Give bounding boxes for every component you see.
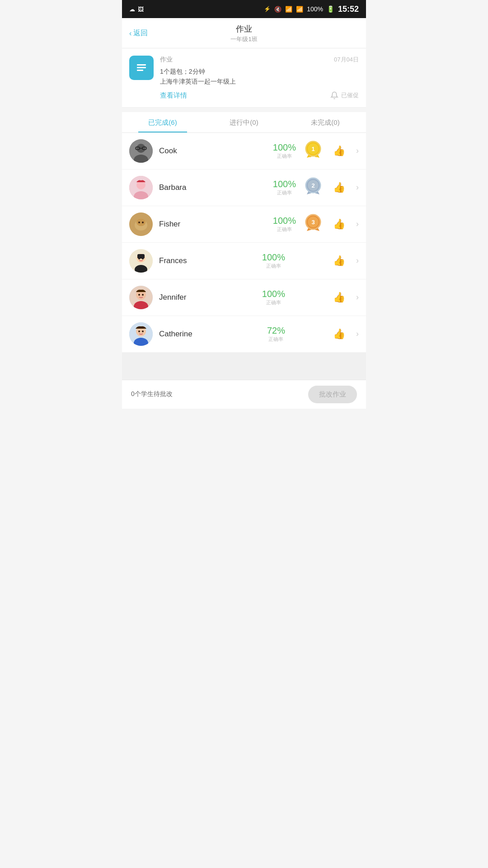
bluetooth-icon: ⚡ bbox=[264, 6, 271, 12]
score-block: 100% 正确率 bbox=[262, 252, 285, 269]
score-label: 正确率 bbox=[273, 153, 296, 160]
grade-button[interactable]: 批改作业 bbox=[308, 386, 357, 403]
status-right: ⚡ 🔇 📶 📶 100% 🔋 15:52 bbox=[264, 5, 359, 14]
status-time: 15:52 bbox=[338, 5, 359, 14]
view-detail-link[interactable]: 查看详情 bbox=[160, 91, 187, 100]
image-icon: 🖼 bbox=[138, 6, 144, 13]
score-block: 100% 正确率 bbox=[262, 289, 285, 306]
avatar bbox=[129, 322, 153, 346]
score-value: 72% bbox=[267, 326, 285, 336]
chevron-right-icon: › bbox=[356, 183, 359, 192]
avatar bbox=[129, 286, 153, 309]
assignment-desc2: 上海牛津英语一起一年级上 bbox=[160, 76, 359, 86]
score-label: 正确率 bbox=[267, 336, 285, 343]
chevron-right-icon: › bbox=[356, 329, 359, 339]
avatar bbox=[129, 139, 153, 163]
like-button[interactable]: 👍 bbox=[333, 255, 345, 267]
tab-in-progress[interactable]: 进行中(0) bbox=[203, 112, 285, 132]
chevron-right-icon: › bbox=[356, 256, 359, 265]
chevron-left-icon: ‹ bbox=[129, 29, 131, 37]
svg-rect-0 bbox=[137, 64, 146, 66]
score-value: 100% bbox=[262, 252, 285, 263]
score-block: 100% 正确率 bbox=[273, 142, 296, 160]
table-row[interactable]: Fisher 100% 正确率 3 👍 › bbox=[122, 206, 366, 243]
score-value: 100% bbox=[273, 216, 296, 226]
tabs-container: 已完成(6) 进行中(0) 未完成(0) bbox=[122, 112, 366, 133]
like-button[interactable]: 👍 bbox=[333, 292, 345, 303]
score-label: 正确率 bbox=[273, 226, 296, 233]
mute-icon: 🔇 bbox=[274, 6, 282, 13]
assignment-type-label: 作业 bbox=[160, 56, 173, 64]
back-button[interactable]: ‹ 返回 bbox=[129, 28, 148, 38]
signal-icon: 📶 bbox=[296, 6, 303, 13]
svg-text:3: 3 bbox=[311, 219, 314, 226]
svg-text:1: 1 bbox=[311, 146, 314, 152]
bottom-bar: 0个学生待批改 批改作业 bbox=[122, 380, 366, 409]
table-row[interactable]: Barbara 100% 正确率 2 👍 › bbox=[122, 170, 366, 206]
svg-point-23 bbox=[136, 219, 145, 226]
tab-completed[interactable]: 已完成(6) bbox=[122, 112, 203, 132]
svg-rect-33 bbox=[137, 254, 145, 259]
medal-gold: 1 bbox=[304, 141, 322, 161]
table-row[interactable]: Frances 100% 正确率 👍 › bbox=[122, 243, 366, 279]
student-name: Barbara bbox=[159, 183, 267, 192]
back-label: 返回 bbox=[133, 28, 148, 38]
medal-bronze: 3 bbox=[304, 214, 322, 235]
remind-label: 已催促 bbox=[341, 91, 359, 99]
remind-button[interactable]: 已催促 bbox=[330, 91, 359, 99]
score-label: 正确率 bbox=[262, 263, 285, 269]
pending-label: 0个学生待批改 bbox=[131, 390, 173, 398]
table-row[interactable]: Jennifer 100% 正确率 👍 › bbox=[122, 279, 366, 316]
score-block: 72% 正确率 bbox=[267, 326, 285, 343]
chevron-right-icon: › bbox=[356, 146, 359, 156]
medal-silver: 2 bbox=[304, 177, 322, 198]
table-row[interactable]: Catherine 72% 正确率 👍 › bbox=[122, 316, 366, 353]
student-name: Frances bbox=[159, 256, 256, 265]
chevron-right-icon: › bbox=[356, 219, 359, 229]
assignment-footer: 查看详情 已催促 bbox=[160, 91, 359, 100]
battery-label: 100% bbox=[307, 5, 323, 13]
svg-point-39 bbox=[138, 294, 140, 296]
empty-space bbox=[122, 353, 366, 380]
svg-point-45 bbox=[142, 330, 144, 332]
page-subtitle: 一年级1班 bbox=[122, 35, 366, 43]
assignment-date: 07月04日 bbox=[334, 56, 359, 64]
like-button[interactable]: 👍 bbox=[333, 145, 345, 157]
score-block: 100% 正确率 bbox=[273, 216, 296, 233]
like-button[interactable]: 👍 bbox=[333, 218, 345, 230]
svg-point-34 bbox=[138, 258, 140, 259]
assignment-card: 作业 07月04日 1个题包；2分钟 上海牛津英语一起一年级上 查看详情 已催促 bbox=[122, 48, 366, 108]
cloud-icon: ☁ bbox=[129, 6, 135, 13]
student-name: Catherine bbox=[159, 330, 261, 339]
assignment-top: 作业 07月04日 bbox=[160, 56, 359, 64]
score-value: 100% bbox=[273, 179, 296, 189]
like-button[interactable]: 👍 bbox=[333, 328, 345, 340]
svg-text:2: 2 bbox=[311, 182, 314, 189]
table-row[interactable]: Cook 100% 正确率 1 👍 › bbox=[122, 133, 366, 170]
student-list: Cook 100% 正确率 1 👍 › Barbara 100% bbox=[122, 133, 366, 353]
score-block: 100% 正确率 bbox=[273, 179, 296, 196]
status-bar: ☁ 🖼 ⚡ 🔇 📶 📶 100% 🔋 15:52 bbox=[122, 0, 366, 18]
battery-icon: 🔋 bbox=[327, 5, 334, 13]
status-left-icons: ☁ 🖼 bbox=[129, 6, 144, 13]
chevron-right-icon: › bbox=[356, 292, 359, 302]
score-value: 100% bbox=[262, 289, 285, 299]
avatar bbox=[129, 176, 153, 199]
student-name: Fisher bbox=[159, 220, 267, 229]
svg-point-40 bbox=[142, 294, 144, 296]
svg-rect-2 bbox=[137, 70, 143, 71]
tab-incomplete[interactable]: 未完成(0) bbox=[285, 112, 366, 132]
wifi-icon: 📶 bbox=[285, 6, 292, 13]
svg-point-24 bbox=[138, 222, 140, 223]
avatar bbox=[129, 212, 153, 236]
page-title: 作业 bbox=[122, 24, 366, 34]
student-name: Cook bbox=[159, 146, 267, 156]
score-value: 100% bbox=[273, 142, 296, 153]
assignment-icon bbox=[129, 56, 154, 80]
avatar bbox=[129, 249, 153, 273]
svg-rect-1 bbox=[137, 67, 146, 68]
score-label: 正确率 bbox=[273, 189, 296, 196]
svg-point-25 bbox=[142, 222, 144, 223]
score-label: 正确率 bbox=[262, 299, 285, 306]
like-button[interactable]: 👍 bbox=[333, 182, 345, 193]
